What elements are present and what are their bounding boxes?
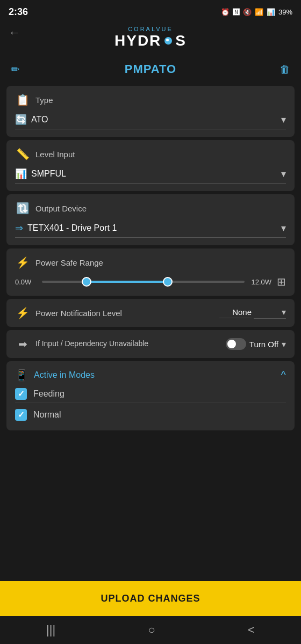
status-icons: ⏰ 🅽 🔇 📶 📊 39% bbox=[221, 8, 292, 16]
type-icon: 📋 bbox=[15, 93, 30, 106]
power-notification-row: ⚡ Power Notification Level None ▾ bbox=[15, 306, 286, 319]
nav-recent-button[interactable]: ||| bbox=[35, 619, 66, 641]
logo-top: CORALVUE bbox=[128, 26, 173, 32]
output-device-section: 🔃 Output Device ⇒ TETX401 - Drive Port 1… bbox=[6, 194, 295, 245]
mute-icon: 🔇 bbox=[243, 8, 252, 16]
if-input-section: ➡ If Input / Dependency Unavailable Turn… bbox=[6, 330, 295, 358]
feeding-checkbox[interactable]: ✓ bbox=[15, 388, 27, 400]
mode-feeding-item: ✓ Feeding bbox=[15, 382, 286, 402]
app-header: ← CORALVUE HYDR S bbox=[0, 21, 301, 56]
back-button[interactable]: ← bbox=[9, 26, 20, 40]
toggle-track bbox=[226, 338, 246, 350]
slider-thumb-right[interactable] bbox=[163, 277, 173, 287]
type-chevron-icon: ▾ bbox=[281, 114, 286, 126]
level-device-icon: 📊 bbox=[15, 168, 27, 180]
if-input-label: If Input / Dependency Unavailable bbox=[35, 339, 220, 349]
status-bar: 2:36 ⏰ 🅽 🔇 📶 📊 39% bbox=[0, 0, 301, 21]
nav-back-button[interactable]: < bbox=[237, 619, 266, 641]
power-range-slider[interactable] bbox=[42, 276, 245, 287]
if-input-icon: ➡ bbox=[15, 338, 30, 350]
edit-icon[interactable]: ✏ bbox=[11, 63, 20, 76]
power-notification-label: Power Notification Level bbox=[35, 309, 214, 318]
slider-fill bbox=[87, 281, 168, 283]
power-safe-range-row: ⚡ Power Safe Range bbox=[15, 256, 286, 269]
slider-track bbox=[42, 281, 245, 283]
type-section: 📋 Type 🔄 ATO ▾ bbox=[6, 86, 295, 137]
ato-icon: 🔄 bbox=[15, 114, 27, 126]
level-input-dropdown[interactable]: 📊 SMPFUL ▾ bbox=[15, 165, 286, 184]
active-modes-section: 📱 Active in Modes ^ ✓ Feeding ✓ Normal bbox=[6, 361, 295, 430]
output-device-dropdown[interactable]: ⇒ TETX401 - Drive Port 1 ▾ bbox=[15, 219, 286, 238]
wifi-icon: 📶 bbox=[255, 8, 263, 16]
normal-label: Normal bbox=[33, 410, 61, 420]
modes-icon: 📱 bbox=[15, 369, 28, 382]
logo-area: CORALVUE HYDR S bbox=[114, 26, 187, 49]
delete-icon[interactable]: 🗑 bbox=[280, 63, 290, 76]
toggle-thumb bbox=[227, 340, 236, 348]
power-slider-row: 0.0W 12.0W ⊞ bbox=[15, 275, 286, 288]
if-input-row: ➡ If Input / Dependency Unavailable Turn… bbox=[15, 338, 286, 350]
toggle-label: Turn Off bbox=[249, 340, 278, 349]
power-notification-dropdown[interactable]: None ▾ bbox=[219, 307, 286, 319]
power-notification-chevron-icon: ▾ bbox=[254, 307, 286, 319]
power-safe-label: Power Safe Range bbox=[35, 258, 103, 267]
level-input-label: Level Input bbox=[35, 150, 75, 159]
power-notification-section: ⚡ Power Notification Level None ▾ bbox=[6, 299, 295, 327]
alarm-icon: ⏰ bbox=[221, 8, 230, 16]
output-device-value: TETX401 - Drive Port 1 bbox=[27, 223, 281, 233]
level-input-row: 📏 Level Input bbox=[15, 148, 286, 160]
battery-text: 39% bbox=[278, 8, 292, 16]
type-value: ATO bbox=[31, 115, 281, 125]
upload-changes-button[interactable]: UPLOAD CHANGES bbox=[0, 581, 301, 616]
page-title-bar: ✏ PMPATO 🗑 bbox=[0, 56, 301, 83]
level-input-value: SMPFUL bbox=[31, 169, 281, 179]
feeding-checkmark: ✓ bbox=[18, 389, 25, 399]
turn-off-toggle[interactable] bbox=[226, 338, 246, 350]
type-label: Type bbox=[35, 96, 53, 105]
normal-checkmark: ✓ bbox=[18, 410, 25, 420]
output-chevron-icon: ▾ bbox=[281, 222, 286, 234]
page-title: PMPATO bbox=[125, 62, 176, 76]
bottom-nav: ||| ○ < bbox=[0, 616, 301, 644]
signal-icon: 📊 bbox=[267, 8, 275, 16]
notification-icon: 🅽 bbox=[233, 8, 240, 16]
slider-min-label: 0.0W bbox=[15, 278, 37, 286]
power-notification-icon: ⚡ bbox=[15, 306, 30, 319]
level-chevron-icon: ▾ bbox=[281, 168, 286, 180]
modes-header[interactable]: 📱 Active in Modes ^ bbox=[15, 369, 286, 382]
if-input-chevron-icon: ▾ bbox=[282, 339, 286, 349]
logo-main: HYDR S bbox=[114, 32, 187, 49]
nav-home-button[interactable]: ○ bbox=[137, 619, 166, 641]
if-input-right[interactable]: Turn Off ▾ bbox=[226, 338, 286, 350]
level-input-section: 📏 Level Input 📊 SMPFUL ▾ bbox=[6, 140, 295, 191]
output-device-icon: 🔃 bbox=[15, 202, 30, 215]
slider-thumb-left[interactable] bbox=[82, 277, 91, 287]
drive-icon: ⇒ bbox=[15, 222, 23, 234]
output-device-row: 🔃 Output Device bbox=[15, 202, 286, 215]
power-safe-icon: ⚡ bbox=[15, 256, 30, 269]
logo-dot bbox=[164, 37, 172, 45]
feeding-label: Feeding bbox=[33, 389, 64, 399]
mode-normal-item: ✓ Normal bbox=[15, 402, 286, 423]
power-safe-range-section: ⚡ Power Safe Range 0.0W 12.0W ⊞ bbox=[6, 248, 295, 296]
type-row: 📋 Type bbox=[15, 93, 286, 106]
normal-checkbox[interactable]: ✓ bbox=[15, 409, 27, 421]
modes-header-label: Active in Modes bbox=[34, 370, 276, 380]
type-dropdown[interactable]: 🔄 ATO ▾ bbox=[15, 111, 286, 129]
status-time: 2:36 bbox=[9, 6, 28, 18]
upload-button-wrapper: UPLOAD CHANGES bbox=[0, 581, 301, 616]
slider-adjust-icon[interactable]: ⊞ bbox=[277, 275, 286, 288]
slider-max-label: 12.0W bbox=[250, 278, 271, 286]
power-notification-value: None bbox=[219, 308, 252, 318]
level-input-icon: 📏 bbox=[15, 148, 30, 160]
output-device-label: Output Device bbox=[35, 204, 87, 213]
modes-chevron-icon: ^ bbox=[281, 369, 286, 382]
